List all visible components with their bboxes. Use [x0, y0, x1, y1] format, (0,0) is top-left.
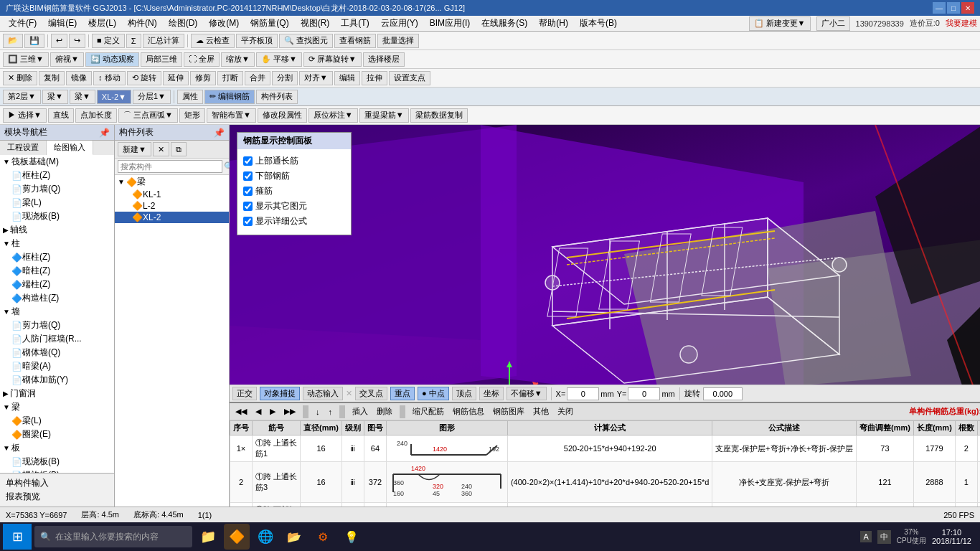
maximize-button[interactable]: □ [947, 2, 960, 14]
comp-panel-pin[interactable]: 📌 [214, 128, 225, 138]
tb-open[interactable]: 📂 [3, 34, 23, 48]
report-preview[interactable]: 报表预览 [3, 490, 111, 504]
tb-setpoint[interactable]: 设置支点 [389, 71, 430, 85]
tree-item-masonry-rebar[interactable]: 📄 砌体加筋(Y) [0, 373, 114, 387]
menu-view[interactable]: 视图(R) [295, 16, 336, 31]
tree-item-kcol[interactable]: 🔷 框柱(Z) [0, 250, 114, 264]
task-icon-browser[interactable]: 🌐 [253, 524, 278, 550]
delete-comp-btn[interactable]: ✕ [153, 142, 169, 156]
btn-rebar-info[interactable]: 钢筋信息 [450, 405, 487, 418]
comp-item-kl1[interactable]: 🔶 KL-1 [115, 189, 229, 200]
task-icon-folder[interactable]: 📂 [281, 524, 307, 550]
table-row[interactable]: 3 ①跨 下部钢筋1 14 ⅲ 1 1130 15*d+9 [230, 503, 981, 507]
tb-dynamic-view[interactable]: 🔄 动态观察 [85, 52, 139, 67]
tb-undo[interactable]: ↩ [51, 34, 67, 48]
snap-btn-vertex[interactable]: 顶点 [452, 387, 476, 400]
table-row[interactable]: 2 ①跨 上通长筋3 16 ⅲ 372 1420 360 320 [230, 462, 981, 503]
tb-repick-beam[interactable]: 重提梁筋▼ [359, 108, 409, 123]
snap-btn-mid[interactable]: ● 中点 [418, 387, 449, 400]
rebar-table-container[interactable]: 序号 筋号 直径(mm) 级别 图号 图形 计算公式 公式描述 弯曲调整(mm)… [230, 420, 980, 507]
btn-scale-rebar[interactable]: 缩尺配筋 [410, 405, 447, 418]
comp-search-input[interactable] [118, 160, 222, 173]
menu-draw[interactable]: 绘图(D) [163, 16, 204, 31]
tree-group-col[interactable]: ▼ 柱 [0, 237, 114, 250]
tab-project-settings[interactable]: 工程设置 [0, 141, 47, 155]
tree-item-endcol[interactable]: 🔷 端柱(Z) [0, 278, 114, 291]
nav-last[interactable]: ▶▶ [281, 406, 298, 417]
btn-edit-rebar[interactable]: ✏ 编辑钢筋 [204, 90, 255, 104]
nav-first[interactable]: ◀◀ [232, 406, 250, 417]
x-input[interactable] [567, 387, 599, 400]
tree-item-axis[interactable]: ▶ 轴线 [0, 223, 114, 237]
btn-rebar-lib[interactable]: 钢筋图库 [490, 405, 527, 418]
task-icon-app6[interactable]: 💡 [339, 524, 364, 550]
tb-delete[interactable]: ✕ 删除 [3, 71, 37, 85]
tree-group-door[interactable]: ▶ 门窗洞 [0, 387, 114, 400]
tb-inplace-mark[interactable]: 原位标注▼ [308, 108, 358, 123]
single-input[interactable]: 单构件输入 [3, 476, 111, 490]
tree-item-frame-col[interactable]: 📄 框柱(Z) [0, 169, 114, 182]
viewport-3d[interactable]: 钢筋显示控制面板 上部通长筋 下部钢筋 箍筋 显示其它图元 [230, 125, 980, 385]
menu-help[interactable]: 帮助(H) [533, 16, 574, 31]
tree-item-airdefwall[interactable]: 📄 人防门框墙(R... [0, 332, 114, 346]
menu-version[interactable]: 版本号(B) [574, 16, 623, 31]
btn-del-row[interactable]: 删除 [374, 405, 395, 418]
input-method[interactable]: 中 [877, 530, 891, 544]
type2-selector[interactable]: 梁▼ [70, 90, 95, 104]
task-icon-1[interactable]: 📁 [195, 524, 221, 550]
tb-align[interactable]: 对齐▼ [299, 71, 333, 85]
tree-item-castslab[interactable]: 📄 现浇板(B) [0, 455, 114, 468]
tree-item-ancol[interactable]: 🔷 暗柱(Z) [0, 264, 114, 278]
copy-comp-btn[interactable]: ⧉ [171, 142, 187, 156]
tb-redo[interactable]: ↪ [69, 34, 85, 48]
cell-name[interactable]: ①跨 上通长筋1 [253, 435, 301, 462]
snap-btn-nooffset[interactable]: 不偏移▼ [507, 387, 547, 400]
tb-rect[interactable]: 矩形 [179, 108, 205, 123]
menu-modify[interactable]: 修改(M) [203, 16, 245, 31]
close-button[interactable]: ✕ [961, 2, 974, 14]
checkbox-top-rebar[interactable] [243, 156, 253, 166]
cell-formula[interactable]: (400-20×2)×(1+1.414)+10*d+20*d+940-20+52… [507, 462, 712, 503]
tb-extend[interactable]: 延伸 [163, 71, 189, 85]
tb-view-rebar[interactable]: 查看钢筋 [334, 34, 376, 48]
snap-btn-coord[interactable]: 坐标 [479, 387, 504, 400]
snap-btn-cross[interactable]: 交叉点 [355, 387, 387, 400]
minimize-button[interactable]: — [933, 2, 946, 14]
xiaosi-btn[interactable]: 广小二 [816, 17, 850, 31]
menu-edit[interactable]: 编辑(E) [42, 16, 83, 31]
tb-rotate[interactable]: ⟲ 旋转 [127, 71, 161, 85]
tb-copy[interactable]: 复制 [39, 71, 65, 85]
nav-down[interactable]: ↓ [313, 407, 323, 417]
btn-property[interactable]: 属性 [177, 90, 203, 104]
tree-group-beam[interactable]: ▼ 梁 [0, 400, 114, 414]
cell-formula[interactable]: 520-20+15*d+940+192-20 [507, 435, 712, 462]
tree-item-shear-wall[interactable]: 📄 剪力墙(Q) [0, 182, 114, 196]
nav-prev[interactable]: ◀ [253, 406, 264, 417]
tb-floor-select[interactable]: 选择楼层 [363, 52, 405, 67]
start-button[interactable]: ⊞ [3, 524, 32, 550]
tree-item-quanbeam[interactable]: 🔶 圈梁(E) [0, 428, 114, 441]
tb-merge[interactable]: 合并 [245, 71, 270, 85]
tb-batch-select[interactable]: 批量选择 [377, 34, 419, 48]
tree-item-beam[interactable]: 📄 梁(L) [0, 196, 114, 209]
tb-cloud-check[interactable]: ☁ 云检查 [191, 34, 235, 48]
tb-3d[interactable]: 🔲 三维▼ [3, 52, 49, 67]
nav-next[interactable]: ▶ [267, 406, 278, 417]
tb-split[interactable]: 分割 [272, 71, 298, 85]
tb-calc[interactable]: 汇总计算 [143, 34, 184, 48]
checkbox-stirrup[interactable] [243, 187, 253, 196]
menu-bim[interactable]: BIM应用(I) [424, 16, 476, 31]
tb-floor-align[interactable]: 平齐板顶 [236, 34, 278, 48]
snap-btn-key[interactable]: 重点 [390, 387, 415, 400]
tb-rotate-screen[interactable]: ⟳ 屏幕旋转▼ [303, 52, 362, 67]
tb-local-3d[interactable]: 局部三维 [141, 52, 182, 67]
tree-item-liang[interactable]: 🔶 梁(L) [0, 414, 114, 428]
tb-move[interactable]: ↕ 移动 [93, 71, 126, 85]
tb-line[interactable]: 直线 [48, 108, 74, 123]
tb-define[interactable]: ■ 定义 [92, 34, 125, 48]
tb-fullscreen[interactable]: ⛶ 全屏 [184, 52, 220, 67]
tree-group-slab[interactable]: ▼ 板 [0, 441, 114, 455]
task-icon-app5[interactable]: ⚙ [310, 524, 336, 550]
taskbar-search[interactable]: 🔍 在这里输入你要搜索的内容 [34, 526, 192, 547]
btn-comp-list[interactable]: 构件列表 [256, 90, 298, 104]
